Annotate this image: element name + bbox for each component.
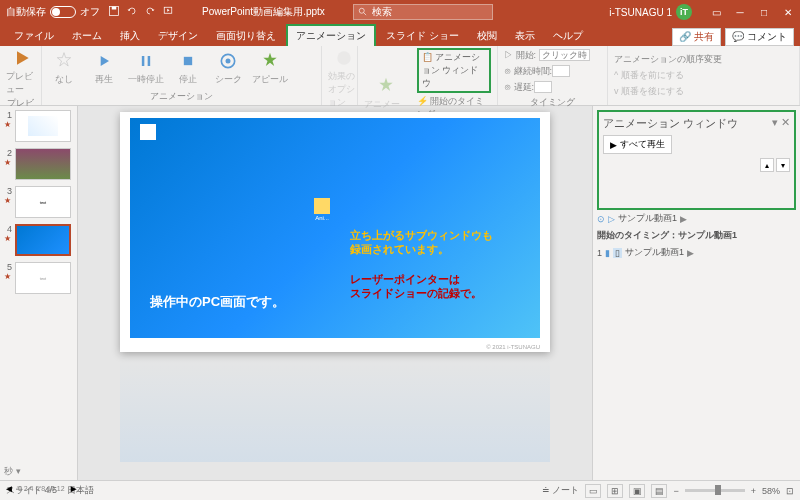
svg-line-4 — [363, 13, 366, 16]
anim-stop[interactable]: 停止 — [172, 51, 204, 86]
slide-thumbnails[interactable]: 1★ 2★ 3★text 4★ 5★text — [0, 106, 78, 480]
start-from-beginning-icon[interactable] — [162, 5, 174, 19]
tab-help[interactable]: ヘルプ — [545, 26, 591, 46]
panel-title: アニメーション ウィンドウ▾ ✕ — [603, 116, 790, 131]
svg-marker-6 — [101, 56, 109, 66]
move-down-icon[interactable]: ▾ — [776, 158, 790, 172]
slide-footer: © 2021 i-TSUNAGU — [486, 344, 540, 350]
thumb-5[interactable]: 5★text — [4, 262, 73, 294]
reorder-label: アニメーションの順序変更 — [614, 52, 722, 67]
anim-entry-2[interactable]: 1 ▮▯サンプル動画1▶ — [597, 244, 796, 261]
anim-pause[interactable]: 一時停止 — [128, 51, 164, 86]
move-up-icon[interactable]: ▴ — [760, 158, 774, 172]
svg-point-12 — [337, 51, 350, 64]
move-before: ^ 順番を前にする — [614, 68, 722, 83]
slide-text-1: 立ち上がるサブウィンドウも — [350, 228, 493, 243]
slide-text-4: スライドショーの記録で。 — [350, 286, 482, 301]
minimize-icon[interactable]: ─ — [734, 7, 746, 18]
maximize-icon[interactable]: □ — [758, 7, 770, 18]
desktop-icon-folder: Ani... — [310, 198, 334, 221]
tab-design[interactable]: デザイン — [150, 26, 206, 46]
animation-pane: アニメーション ウィンドウ▾ ✕ ▶ すべて再生 ▴▾ ⊙▷サンプル動画1▶ 開… — [592, 106, 800, 480]
anim-seek[interactable]: シーク — [212, 51, 244, 86]
thumb-2[interactable]: 2★ — [4, 148, 73, 180]
effect-options: 効果のオプション — [328, 48, 360, 109]
tab-view[interactable]: 表示 — [507, 26, 543, 46]
duration-input[interactable]: ⊙ 継続時間: — [504, 64, 590, 79]
filename: PowerPoint動画編集用.pptx — [202, 5, 325, 19]
save-icon[interactable] — [108, 5, 120, 19]
svg-rect-8 — [148, 56, 151, 66]
delay-input[interactable]: ⊙ 遅延: — [504, 80, 590, 95]
thumb-1[interactable]: 1★ — [4, 110, 73, 142]
timeline-ticks: 0 2 4 6 8 10 12 — [18, 485, 65, 492]
close-icon[interactable]: ✕ — [782, 7, 794, 18]
slide-text-2: 録画されています。 — [350, 242, 449, 257]
user-account[interactable]: i-TSUNAGU 1 iT — [609, 4, 692, 20]
anim-appeal[interactable]: アピール — [252, 51, 288, 86]
tab-slideshow[interactable]: スライド ショー — [378, 26, 467, 46]
user-name: i-TSUNAGU 1 — [609, 7, 672, 18]
svg-point-11 — [226, 59, 231, 64]
anim-none[interactable]: なし — [48, 51, 80, 86]
seconds-label: 秒 — [4, 466, 13, 476]
svg-rect-9 — [184, 57, 192, 65]
timeline-left-icon[interactable]: ◄ — [4, 483, 14, 494]
autosave-toggle[interactable]: 自動保存 オフ — [6, 5, 100, 19]
undo-icon[interactable] — [126, 5, 138, 19]
svg-rect-7 — [142, 56, 145, 66]
start-select[interactable]: ▷ 開始: クリック時 — [504, 48, 590, 63]
anim-group-label: アニメーション — [48, 89, 315, 103]
trigger-label: 開始のタイミング：サンプル動画1 — [597, 227, 796, 244]
tab-animations[interactable]: アニメーション — [286, 24, 376, 46]
tab-review[interactable]: 校閲 — [469, 26, 505, 46]
anim-entry-1[interactable]: ⊙▷サンプル動画1▶ — [597, 210, 796, 227]
slide-canvas[interactable]: 0 Ani... 立ち上がるサブウィンドウも 録画されています。 レーザーポイン… — [120, 112, 550, 352]
panel-close-icon[interactable]: ▾ ✕ — [772, 116, 790, 131]
slide-editor[interactable]: 0 Ani... 立ち上がるサブウィンドウも 録画されています。 レーザーポイン… — [78, 106, 592, 480]
redo-icon[interactable] — [144, 5, 156, 19]
desktop-icon-recycle — [136, 124, 160, 141]
thumb-3[interactable]: 3★text — [4, 186, 73, 218]
move-after: v 順番を後にする — [614, 84, 722, 99]
svg-marker-5 — [17, 51, 29, 64]
tab-file[interactable]: ファイル — [6, 26, 62, 46]
ribbon-options-icon[interactable]: ▭ — [710, 7, 722, 18]
animation-window-button[interactable]: 📋 アニメーション ウィンドウ — [417, 48, 491, 93]
svg-rect-1 — [112, 7, 117, 10]
slide-main-text: 操作中のPC画面です。 — [150, 293, 285, 311]
toggle-off-icon — [50, 6, 76, 18]
svg-point-3 — [359, 8, 364, 13]
slide-text-3: レーザーポインターは — [350, 272, 460, 287]
zoom-slider[interactable] — [685, 489, 745, 492]
tab-transitions[interactable]: 画面切り替え — [208, 26, 284, 46]
avatar-icon: iT — [676, 4, 692, 20]
autosave-state: オフ — [80, 5, 100, 19]
play-all-button[interactable]: ▶ すべて再生 — [603, 135, 672, 154]
thumb-4[interactable]: 4★ — [4, 224, 73, 256]
timeline-right-icon[interactable]: ► — [69, 483, 79, 494]
search-input[interactable]: 検索 — [353, 4, 493, 20]
preview-button[interactable]: プレビュー — [6, 48, 38, 96]
tab-insert[interactable]: 挿入 — [112, 26, 148, 46]
autosave-label: 自動保存 — [6, 5, 46, 19]
search-icon — [358, 7, 368, 17]
search-placeholder: 検索 — [372, 5, 392, 19]
share-button[interactable]: 🔗 共有 — [672, 28, 721, 46]
comment-button[interactable]: 💬 コメント — [725, 28, 794, 46]
tab-home[interactable]: ホーム — [64, 26, 110, 46]
anim-play[interactable]: 再生 — [88, 51, 120, 86]
